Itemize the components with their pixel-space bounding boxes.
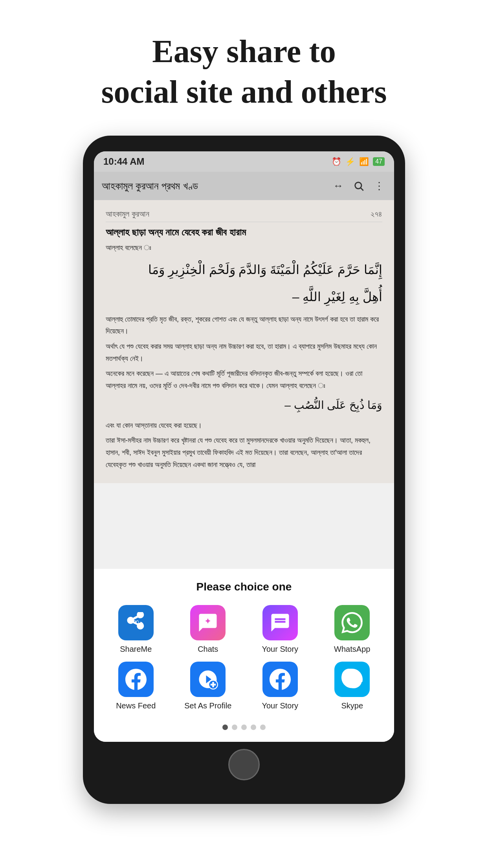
book-content-area: আহকামুল কুরআন ২৭৪ আল্লাহ ছাড়া অন্য নামে…: [94, 200, 394, 569]
arabic-verse-1b: أُهِلَّ بِهِ لِغَيْرِ اللَّهِ –: [106, 286, 382, 309]
chats-icon: [190, 605, 226, 640]
share-item-skype[interactable]: Skype: [318, 662, 387, 710]
your-story-1-label: Your Story: [262, 644, 298, 654]
book-page-title: আল্লাহ ছাড়া অন্য নামে যেবেহ করা জীব হার…: [106, 227, 382, 238]
toolbar-search-icon[interactable]: [352, 179, 366, 193]
set-profile-label: Set As Profile: [184, 701, 231, 710]
share-item-whatsapp[interactable]: WhatsApp: [318, 605, 387, 654]
bluetooth-icon: ⚡: [345, 157, 355, 166]
share-item-your-story-1[interactable]: Your Story: [246, 605, 314, 654]
header-line2: social site and others: [101, 74, 387, 110]
share-item-set-profile[interactable]: Set As Profile: [174, 662, 242, 710]
bengali-para-5: তারা ঈসা-মসীহর নাম উচ্চারণ করে খৃষ্টানরা…: [106, 434, 382, 471]
toolbar-more-icon[interactable]: ⋮: [372, 179, 386, 193]
page-dots-indicator: [102, 718, 386, 734]
bengali-para-4: এবং যা কোন আস্তানায় যেবেহ করা হয়েছে।: [106, 419, 382, 432]
share-item-chats[interactable]: Chats: [174, 605, 242, 654]
dot-3: [241, 725, 247, 730]
svg-text:∞: ∞: [133, 617, 139, 627]
book-page-header-left: আহকামুল কুরআন: [106, 210, 149, 219]
home-button[interactable]: [228, 749, 260, 780]
news-feed-icon: [118, 662, 154, 697]
svg-point-0: [355, 182, 361, 189]
book-page-number: ২৭৪: [371, 210, 382, 219]
book-page-header: আহকামুল কুরআন ২৭৪: [106, 210, 382, 222]
share-bottom-sheet: Please choice one ∞ ShareMe: [94, 569, 394, 742]
phone-screen: 10:44 AM ⏰ ⚡ 📶 47 আহকামুল কুরআন প্রথম খণ…: [94, 151, 394, 742]
share-item-your-story-2[interactable]: Your Story: [246, 662, 314, 710]
your-story-2-label: Your Story: [262, 701, 298, 710]
phone-home-area: [94, 749, 394, 780]
set-profile-icon: [190, 662, 226, 697]
shareme-label: ShareMe: [120, 644, 152, 654]
your-story-2-icon: [262, 662, 298, 697]
chats-label: Chats: [198, 644, 218, 654]
main-heading: Easy share to social site and others: [101, 31, 387, 112]
share-grid: ∞ ShareMe Chats: [102, 605, 386, 710]
your-story-1-icon: [262, 605, 298, 640]
skype-icon: [334, 662, 370, 697]
share-item-shareme[interactable]: ∞ ShareMe: [102, 605, 170, 654]
header-line1: Easy share to: [152, 33, 336, 69]
bengali-para-1: আল্লাহু তোমাদের প্রতি মৃত জীব, রক্ত, শূক…: [106, 313, 382, 337]
battery-icon: 47: [373, 157, 385, 166]
arabic-verse-1: إِنَّمَا حَرَّمَ عَلَيْكُمُ الْمَيْتَةَ …: [106, 259, 382, 281]
bengali-para-3: অনেকের মনে করেছেন — এ আয়াতের শেষ কথাটি …: [106, 368, 382, 392]
app-bar: আহকামুল কুরআন প্রথম খণ্ড ↔ ⋮: [94, 172, 394, 200]
shareme-icon: ∞: [118, 605, 154, 640]
app-bar-title: আহকামুল কুরআন প্রথম খণ্ড: [102, 180, 325, 192]
phone-mockup: 10:44 AM ⏰ ⚡ 📶 47 আহকামুল কুরআন প্রথম খণ…: [83, 136, 405, 804]
book-page: আহকামুল কুরআন ২৭৪ আল্লাহ ছাড়া অন্য নামে…: [94, 200, 394, 483]
arabic-verse-2: وَمَا ذُبِحَ عَلَى النُّصُبِ –: [106, 395, 382, 415]
dot-2: [232, 725, 237, 730]
share-item-news-feed[interactable]: News Feed: [102, 662, 170, 710]
dot-5: [260, 725, 266, 730]
book-sub-title: আল্লাহ বলেছেন ঃ: [106, 242, 382, 254]
status-time: 10:44 AM: [103, 156, 144, 167]
skype-label: Skype: [341, 701, 363, 710]
bengali-para-2: অর্থাৎ যে পশু যেবেহ করার সময় আল্লাহ ছাড…: [106, 340, 382, 364]
alarm-icon: ⏰: [332, 157, 341, 166]
signal-icon: 📶: [359, 157, 369, 166]
status-bar: 10:44 AM ⏰ ⚡ 📶 47: [94, 151, 394, 172]
dot-4: [251, 725, 256, 730]
whatsapp-icon: [334, 605, 370, 640]
svg-line-1: [361, 188, 363, 190]
news-feed-label: News Feed: [116, 701, 156, 710]
status-icons: ⏰ ⚡ 📶 47: [332, 157, 385, 166]
bottom-sheet-title: Please choice one: [102, 581, 386, 593]
dot-1: [222, 725, 228, 730]
toolbar-swap-icon[interactable]: ↔: [331, 179, 345, 193]
whatsapp-label: WhatsApp: [334, 644, 370, 654]
